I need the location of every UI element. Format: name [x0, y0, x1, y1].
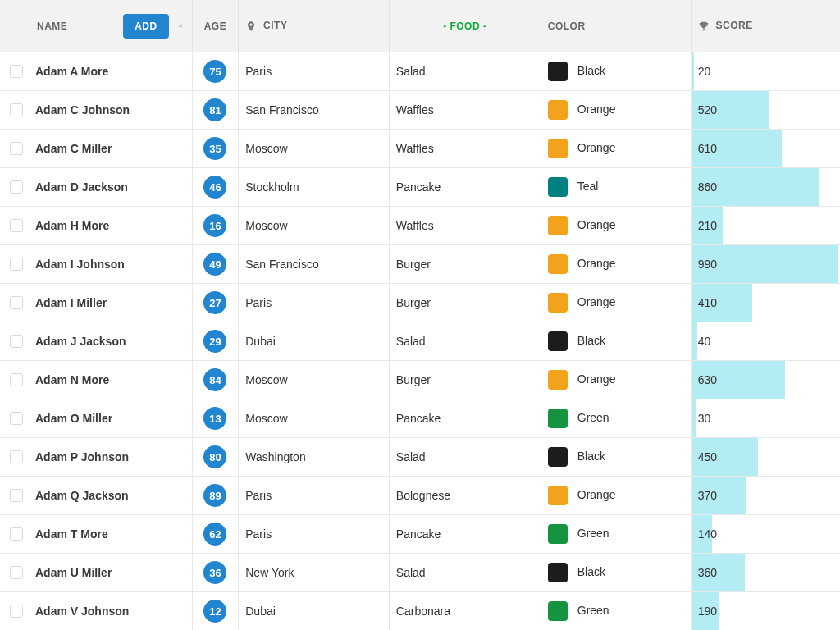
cell-score: 410	[692, 284, 840, 322]
color-label: Orange	[578, 295, 616, 308]
color-label: Green	[578, 411, 609, 424]
table-row: Adam V Johnson12DubaiCarbonaraGreen190	[0, 592, 840, 630]
cell-age: 62	[193, 515, 240, 554]
cell-food: Waffles	[390, 130, 541, 168]
cell-name: Adam C Johnson	[30, 91, 193, 130]
age-badge: 35	[203, 137, 226, 160]
cell-age: 46	[193, 168, 240, 207]
table-row: Adam O Miller13MoscowPancakeGreen30	[0, 399, 840, 438]
cell-city: San Francisco	[239, 245, 390, 284]
cell-food: Pancake	[390, 399, 541, 438]
cell-color: Green	[541, 515, 692, 554]
row-checkbox[interactable]	[10, 605, 23, 618]
cell-city: Paris	[239, 477, 390, 515]
color-label: Orange	[578, 257, 616, 270]
header-name-label: NAME	[37, 21, 67, 32]
cell-food: Burger	[390, 245, 541, 284]
cell-name: Adam O Miller	[30, 399, 193, 438]
cell-score: 520	[692, 91, 840, 130]
table-row: Adam Q Jackson89ParisBologneseOrange370	[0, 477, 840, 515]
color-swatch	[548, 563, 568, 582]
cell-age: 27	[193, 284, 240, 322]
cell-age: 80	[193, 438, 240, 477]
cell-food: Carbonara	[390, 592, 541, 630]
color-swatch	[548, 216, 568, 235]
cell-score: 30	[692, 399, 840, 438]
header-age-label: AGE	[204, 21, 227, 32]
table-row: Adam C Johnson81San FranciscoWafflesOran…	[0, 91, 840, 130]
age-badge: 62	[203, 523, 226, 546]
age-badge: 46	[203, 176, 226, 199]
score-value: 140	[692, 515, 840, 553]
row-checkbox[interactable]	[10, 527, 23, 541]
row-checkbox[interactable]	[10, 65, 23, 78]
score-value: 190	[692, 592, 840, 630]
cell-name: Adam C Miller	[30, 130, 193, 168]
header-food-label: - FOOD -	[443, 21, 486, 32]
color-label: Orange	[578, 488, 616, 501]
cell-food: Burger	[390, 361, 541, 399]
cell-age: 75	[193, 52, 240, 91]
cell-age: 35	[193, 130, 240, 168]
color-label: Orange	[578, 218, 616, 231]
color-swatch	[548, 524, 568, 544]
row-checkbox[interactable]	[10, 450, 23, 463]
header-color[interactable]: COLOR	[541, 0, 692, 52]
table-row: Adam I Johnson49San FranciscoBurgerOrang…	[0, 245, 840, 284]
cell-age: 49	[193, 245, 240, 284]
cell-score: 140	[692, 515, 840, 554]
row-checkbox[interactable]	[10, 258, 23, 271]
header-food[interactable]: - FOOD -	[390, 0, 541, 52]
header-city[interactable]: CITY	[239, 0, 390, 52]
color-swatch	[548, 100, 568, 120]
score-value: 210	[692, 207, 840, 244]
row-checkbox[interactable]	[10, 373, 23, 386]
color-label: Green	[578, 527, 609, 540]
cell-age: 36	[193, 554, 240, 592]
cell-color: Black	[541, 322, 692, 361]
color-label: Orange	[578, 103, 616, 116]
header-name[interactable]: NAME ADD	[30, 0, 193, 52]
row-checkbox[interactable]	[10, 412, 23, 425]
row-checkbox[interactable]	[10, 180, 23, 194]
cell-city: Moscow	[239, 399, 390, 438]
row-checkbox[interactable]	[10, 335, 23, 348]
color-swatch	[548, 409, 568, 428]
color-swatch	[548, 177, 568, 197]
color-label: Black	[578, 450, 605, 463]
score-value: 630	[692, 361, 840, 399]
cell-food: Pancake	[390, 515, 541, 554]
cell-age: 12	[193, 592, 240, 630]
cell-age: 16	[193, 207, 240, 245]
cell-age: 89	[193, 477, 240, 515]
row-checkbox[interactable]	[10, 142, 23, 155]
row-checkbox[interactable]	[10, 219, 23, 232]
header-city-label: CITY	[263, 20, 287, 31]
color-label: Orange	[578, 141, 616, 154]
cell-score: 990	[692, 245, 840, 284]
row-checkbox[interactable]	[10, 103, 23, 116]
color-label: Orange	[578, 372, 616, 386]
cell-city: New York	[239, 554, 390, 592]
age-badge: 16	[203, 214, 226, 237]
row-checkbox[interactable]	[10, 566, 23, 579]
table-row: Adam T More62ParisPancakeGreen140	[0, 515, 840, 554]
cell-name: Adam Q Jackson	[30, 477, 193, 515]
add-button[interactable]: ADD	[123, 14, 169, 39]
cell-color: Orange	[541, 91, 692, 130]
cell-name: Adam I Miller	[30, 284, 193, 322]
cell-color: Black	[541, 554, 692, 592]
color-swatch	[548, 62, 568, 81]
age-badge: 13	[203, 407, 226, 430]
header-age[interactable]: AGE	[193, 0, 240, 52]
score-value: 990	[692, 245, 840, 283]
table-row: Adam I Miller27ParisBurgerOrange410	[0, 284, 840, 322]
header-score-label: SCORE	[716, 20, 753, 31]
age-badge: 89	[203, 484, 226, 507]
cell-color: Green	[541, 399, 692, 438]
cell-name: Adam D Jackson	[30, 168, 193, 207]
row-checkbox[interactable]	[10, 489, 23, 502]
age-badge: 49	[203, 253, 226, 276]
row-checkbox[interactable]	[10, 296, 23, 309]
header-score[interactable]: SCORE	[692, 0, 840, 52]
